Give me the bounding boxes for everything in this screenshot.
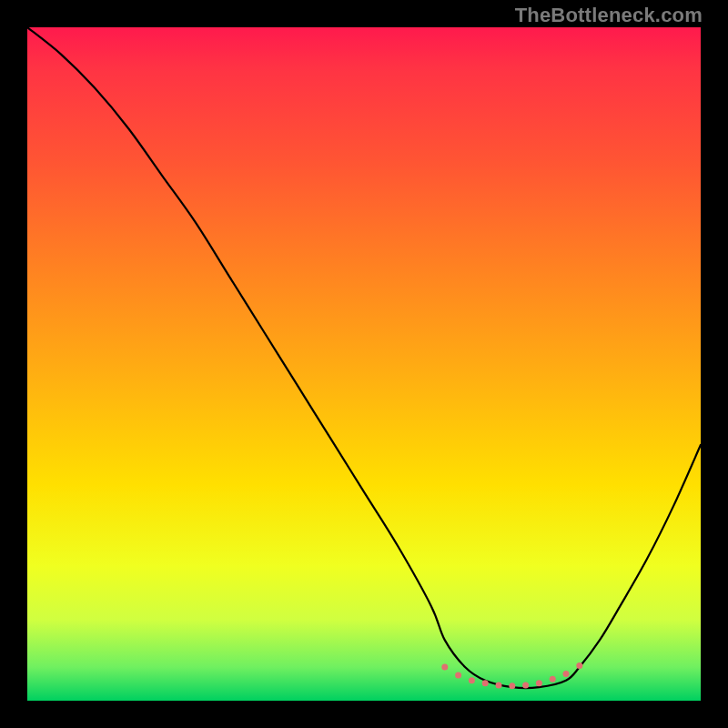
marker-dot xyxy=(441,664,448,671)
marker-dot xyxy=(482,680,489,686)
marker-dot xyxy=(536,680,542,686)
marker-dot xyxy=(550,676,556,682)
marker-dot xyxy=(563,671,570,677)
marker-dot xyxy=(509,682,515,689)
flat-region-dots xyxy=(441,662,582,689)
marker-dot xyxy=(469,677,475,683)
marker-dot xyxy=(455,672,461,678)
chart-stage: TheBottleneck.com xyxy=(0,0,728,728)
plot-area xyxy=(27,27,701,701)
marker-dot xyxy=(522,682,529,688)
bottleneck-curve xyxy=(27,27,701,688)
watermark-text: TheBottleneck.com xyxy=(515,4,703,27)
marker-dot xyxy=(576,662,582,669)
curve-svg xyxy=(27,27,701,701)
marker-dot xyxy=(496,682,502,688)
